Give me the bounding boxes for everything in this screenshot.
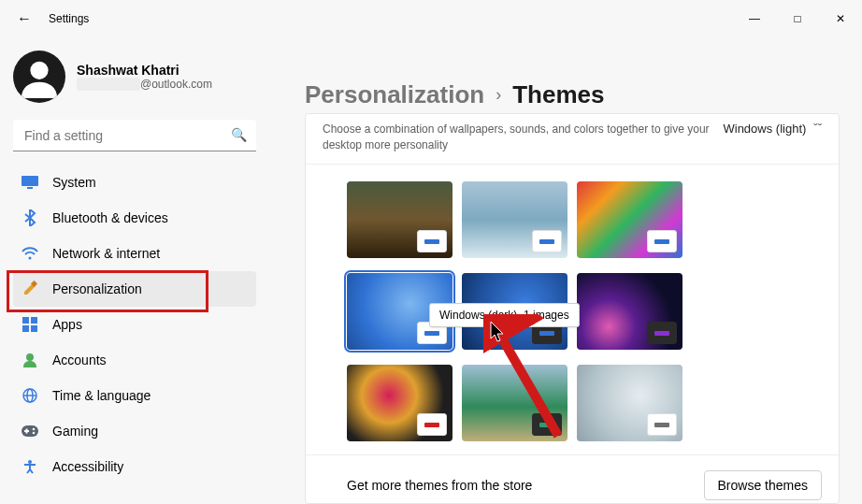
svg-rect-5 (22, 317, 29, 324)
accent-chip (532, 413, 562, 436)
sidebar-item-brush[interactable]: Personalization (13, 271, 256, 307)
cursor-icon (490, 321, 507, 347)
apps-icon (21, 315, 39, 334)
theme-thumb-4[interactable] (347, 273, 453, 350)
breadcrumb-parent[interactable]: Personalization (305, 80, 484, 109)
system-icon (21, 173, 39, 192)
svg-rect-7 (22, 325, 29, 332)
current-theme-name: Windows (light) (723, 122, 806, 136)
gaming-icon (21, 422, 39, 440)
svg-rect-1 (22, 176, 38, 186)
theme-thumb-9[interactable] (462, 365, 567, 441)
close-button[interactable]: ✕ (819, 4, 862, 34)
accent-chip (647, 230, 677, 252)
svg-point-18 (28, 460, 32, 464)
chevron-right-icon: › (496, 85, 501, 105)
account-icon (21, 351, 39, 369)
sidebar-item-account[interactable]: Accounts (13, 342, 256, 378)
svg-point-9 (26, 353, 34, 361)
svg-point-3 (29, 257, 32, 260)
sidebar-item-label: Time & language (52, 388, 151, 403)
bluetooth-icon (21, 209, 39, 227)
sidebar-item-globe[interactable]: Time & language (13, 378, 256, 413)
sidebar-item-access[interactable]: Accessibility (13, 449, 256, 484)
svg-point-15 (33, 432, 36, 435)
sidebar-item-wifi[interactable]: Network & internet (13, 236, 256, 271)
breadcrumb: Personalization › Themes (305, 79, 840, 111)
sidebar-item-label: Accessibility (52, 459, 123, 474)
profile-section[interactable]: Shashwat Khatri xxxxxxxxxxx@outlook.com (13, 50, 256, 103)
theme-thumb-10[interactable] (577, 365, 682, 441)
profile-name: Shashwat Khatri (77, 63, 212, 78)
accent-chip (647, 413, 677, 436)
sidebar-item-label: System (52, 175, 96, 190)
brush-icon (21, 280, 39, 298)
accent-chip (532, 230, 562, 252)
theme-thumb-6[interactable] (577, 273, 682, 350)
sidebar-item-label: Personalization (52, 281, 142, 296)
svg-point-14 (33, 428, 36, 431)
svg-rect-8 (31, 325, 37, 332)
wifi-icon (21, 244, 39, 263)
svg-rect-13 (22, 425, 38, 437)
svg-rect-6 (31, 317, 37, 324)
svg-rect-17 (26, 429, 28, 434)
sidebar-item-label: Accounts (52, 353, 107, 367)
card-description: Choose a combination of wallpapers, soun… (323, 122, 723, 153)
search-input[interactable] (13, 120, 256, 151)
breadcrumb-current: Themes (512, 80, 604, 109)
accent-chip (417, 322, 447, 344)
sidebar-item-gaming[interactable]: Gaming (13, 413, 256, 449)
sidebar-item-label: Apps (52, 317, 82, 332)
sidebar-item-apps[interactable]: Apps (13, 307, 256, 342)
theme-thumb-0[interactable] (347, 181, 453, 258)
theme-thumb-2[interactable] (577, 181, 682, 258)
maximize-button[interactable]: □ (776, 4, 819, 34)
accent-chip (417, 413, 447, 436)
accent-chip (647, 322, 677, 344)
sidebar-item-label: Bluetooth & devices (52, 210, 168, 225)
avatar (13, 50, 65, 103)
theme-thumb-1[interactable] (462, 181, 567, 258)
browse-themes-button[interactable]: Browse themes (704, 470, 822, 500)
themes-card: Choose a combination of wallpapers, soun… (305, 113, 840, 504)
theme-thumb-5[interactable] (462, 273, 567, 350)
theme-thumb-8[interactable] (347, 365, 453, 441)
sidebar-item-bluetooth[interactable]: Bluetooth & devices (13, 200, 256, 236)
store-text: Get more themes from the store (347, 478, 704, 493)
svg-point-0 (30, 62, 48, 79)
search-icon: 🔍 (231, 127, 247, 142)
sidebar-item-system[interactable]: System (13, 165, 256, 200)
chevron-down-icon[interactable]: ˇˇ (813, 122, 822, 136)
app-title: Settings (49, 12, 89, 25)
minimize-button[interactable]: ― (733, 4, 776, 34)
access-icon (21, 457, 39, 476)
accent-chip (417, 230, 447, 252)
globe-icon (21, 386, 39, 405)
sidebar-item-label: Gaming (52, 424, 98, 439)
accent-chip (532, 322, 562, 344)
back-button[interactable]: ← (11, 6, 37, 32)
profile-email: xxxxxxxxxxx@outlook.com (77, 78, 212, 91)
sidebar-item-label: Network & internet (52, 246, 160, 261)
svg-rect-2 (27, 187, 33, 189)
